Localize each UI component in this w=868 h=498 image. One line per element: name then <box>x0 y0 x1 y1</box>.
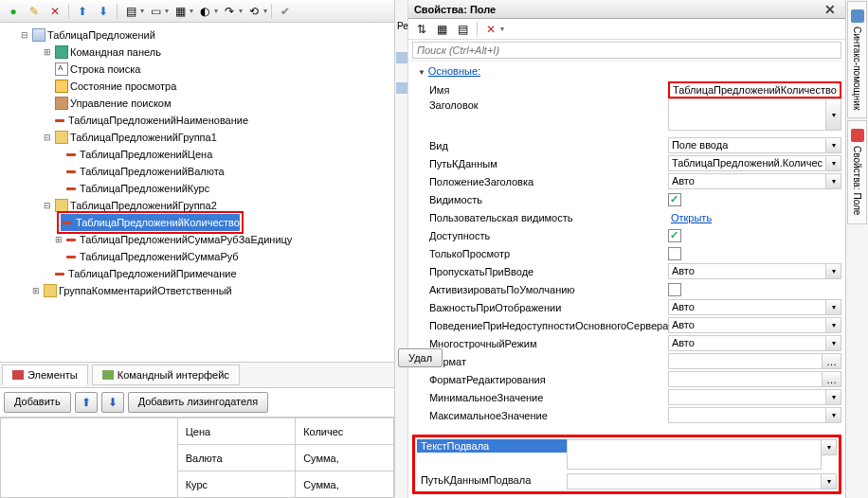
dropdown-icon[interactable]: ▾ <box>826 407 841 423</box>
avail-checkbox[interactable]: ✓ <box>668 229 681 242</box>
tree-label[interactable]: Состояние просмотра <box>70 80 176 92</box>
footerpath-input[interactable] <box>567 473 822 489</box>
minval-input[interactable] <box>668 389 826 405</box>
move-up-button[interactable]: ⬆ <box>73 2 92 21</box>
dropdown-icon[interactable]: ▾ <box>826 98 841 131</box>
tool-f[interactable]: ⟲ <box>244 2 263 21</box>
behavior-input[interactable]: Авто <box>668 317 826 333</box>
multiline-input[interactable]: Авто <box>668 335 826 351</box>
format-input[interactable] <box>668 353 823 369</box>
visible-checkbox[interactable]: ✓ <box>668 193 681 206</box>
dropdown-icon[interactable]: ▾ <box>826 317 841 333</box>
sidetab-props[interactable]: Свойства: Поле <box>847 120 867 223</box>
tab-cmdui[interactable]: Командный интерфейс <box>92 365 240 385</box>
book-icon <box>851 9 864 23</box>
tree-label[interactable]: ТаблицаПредложенийКоличество <box>76 217 240 228</box>
edit-button[interactable]: ✎ <box>25 2 44 21</box>
tree-label[interactable]: ТаблицаПредложенийКурс <box>80 183 209 194</box>
tree-label[interactable]: ТаблицаПредложенийВалюта <box>80 166 225 177</box>
folder-icon <box>55 199 68 212</box>
dropdown-icon[interactable]: ▾ <box>826 263 841 279</box>
importance-input[interactable]: Авто <box>668 299 826 315</box>
readonly-checkbox[interactable] <box>668 247 681 260</box>
tree-label[interactable]: ТаблицаПредложенийЦена <box>80 149 212 160</box>
tool-b[interactable]: ▭ <box>146 2 165 21</box>
add-row-button[interactable]: Добавить <box>4 392 71 413</box>
expander[interactable]: ⊟ <box>19 29 30 41</box>
dots-button[interactable]: … <box>823 371 841 387</box>
expander[interactable]: ⊟ <box>42 132 53 143</box>
dropdown-icon[interactable]: ▾ <box>826 335 841 351</box>
delete-button[interactable]: Удал <box>398 348 443 367</box>
th-qty: Количес <box>296 418 394 445</box>
left-tabs: Элементы Командный интерфейс <box>0 362 394 387</box>
prop-label: Доступность <box>412 229 668 242</box>
tree-label[interactable]: Управление поиском <box>70 98 172 109</box>
clear-button[interactable]: ✕ <box>481 20 500 39</box>
close-icon[interactable]: ✕ <box>821 2 840 17</box>
activate-checkbox[interactable] <box>668 283 681 296</box>
title-input[interactable] <box>668 98 826 131</box>
editformat-input[interactable] <box>668 371 823 387</box>
cell: Валюта <box>177 445 295 471</box>
tree-label[interactable]: ГруппаКомментарийОтветственный <box>59 285 232 296</box>
delete-button[interactable]: ✕ <box>45 2 64 21</box>
titlepos-input[interactable]: Авто <box>668 173 826 189</box>
kind-input[interactable]: Поле ввода <box>668 137 826 153</box>
check-button[interactable]: ✔ <box>276 2 295 21</box>
dropdown-icon[interactable]: ▾ <box>826 299 841 315</box>
footertext-input[interactable] <box>567 439 822 470</box>
tool-e[interactable]: ↷ <box>220 2 239 21</box>
prop-label: ПоведениеПриНедоступностиОсновногоСервер… <box>412 319 668 332</box>
dots-button[interactable]: … <box>823 353 841 369</box>
field-icon <box>66 187 76 190</box>
move-down-btn[interactable]: ⬇ <box>101 392 124 413</box>
uservis-link[interactable]: Открыть <box>668 211 714 224</box>
filter-button[interactable]: ▦ <box>433 20 452 39</box>
dropdown-icon[interactable]: ▾ <box>826 137 841 153</box>
wrench-icon <box>851 129 864 142</box>
maxval-input[interactable] <box>668 407 826 423</box>
tool-d[interactable]: ◐ <box>195 2 214 21</box>
datapath-input[interactable]: ТаблицаПредложений.Количес <box>668 155 826 171</box>
prop-label: Вид <box>412 139 668 152</box>
tree-label[interactable]: ТаблицаПредложенийСуммаРуб <box>80 251 239 262</box>
skip-input[interactable]: Авто <box>668 263 826 279</box>
tool-a[interactable]: ▤ <box>121 2 140 21</box>
tool-c[interactable]: ▦ <box>171 2 190 21</box>
expander[interactable]: ⊞ <box>53 234 64 245</box>
add-button[interactable]: ● <box>4 2 23 21</box>
expander[interactable]: ⊞ <box>30 285 42 296</box>
sort-button[interactable]: ⇅ <box>412 20 431 39</box>
tree-label[interactable]: ТаблицаПредложенийНаименование <box>68 115 248 126</box>
tree-label[interactable]: Командная панель <box>70 46 161 58</box>
gutter-tab[interactable]: Рекви <box>395 19 407 33</box>
tree-label[interactable]: ТаблицаПредложенийГруппа1 <box>70 132 217 143</box>
add-lessor-button[interactable]: Добавить лизингодателя <box>128 392 268 413</box>
tree-label[interactable]: Строка поиска <box>70 63 140 75</box>
tree-label[interactable]: ТаблицаПредложений <box>47 29 155 41</box>
footertext-label[interactable]: ТекстПодвала <box>417 439 567 453</box>
dropdown-icon[interactable]: ▾ <box>826 173 841 189</box>
prop-label: Имя <box>412 83 668 97</box>
dropdown-icon[interactable]: ▾ <box>822 473 837 489</box>
preview-table: ЦенаКоличес ВалютаСумма, КурсСумма, <box>0 417 394 498</box>
dropdown-icon[interactable]: ▾ <box>826 155 841 171</box>
tab-elements[interactable]: Элементы <box>2 365 88 385</box>
footerpath-label: ПутьКДаннымПодвала <box>417 473 567 487</box>
dropdown-icon[interactable]: ▾ <box>822 439 837 455</box>
expander[interactable]: ⊟ <box>42 200 53 211</box>
tree-label[interactable]: ТаблицаПредложенийСуммаРубЗаЕдиницу <box>80 234 292 245</box>
cat-button[interactable]: ▤ <box>454 20 473 39</box>
expander[interactable]: ⊞ <box>42 46 53 58</box>
field-icon <box>66 239 76 241</box>
dropdown-icon[interactable]: ▾ <box>826 389 841 405</box>
tree-label[interactable]: ТаблицаПредложенийГруппа2 <box>70 200 217 211</box>
tree-label[interactable]: ТаблицаПредложенийПримечание <box>68 268 237 279</box>
move-up-btn[interactable]: ⬆ <box>75 392 98 413</box>
section-main[interactable]: Основные: <box>412 62 841 80</box>
move-down-button[interactable]: ⬇ <box>94 2 113 21</box>
search-input[interactable] <box>412 42 841 59</box>
sidetab-syntax[interactable]: Синтакс-помощник <box>847 1 867 118</box>
name-input[interactable]: ТаблицаПредложенийКоличество <box>668 81 841 98</box>
